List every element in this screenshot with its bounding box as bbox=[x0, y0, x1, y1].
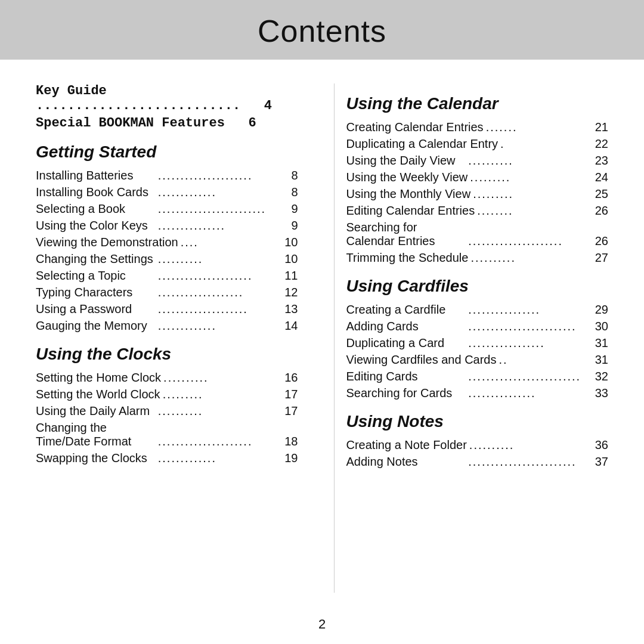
toc-row: Typing Characters ................... 12 bbox=[36, 286, 298, 299]
using-cardfiles-section: Using Cardfiles Creating a Cardfile ....… bbox=[346, 277, 609, 400]
toc-row: Creating Calendar Entries ....... 21 bbox=[346, 120, 609, 134]
using-notes-heading: Using Notes bbox=[346, 412, 609, 431]
toc-row-multiline: Changing the Time/Date Format ..........… bbox=[36, 421, 298, 448]
using-notes-section: Using Notes Creating a Note Folder .....… bbox=[346, 412, 609, 469]
toc-row: Using the Daily View .......... 23 bbox=[346, 154, 609, 168]
toc-row: Changing the Settings .......... 10 bbox=[36, 252, 298, 266]
using-clocks-section: Using the Clocks Setting the Home Clock … bbox=[36, 345, 298, 465]
page-title: Contents bbox=[0, 13, 644, 49]
toc-row: Creating a Note Folder .......... 36 bbox=[346, 438, 609, 452]
toc-row: Using the Weekly View ......... 24 bbox=[346, 171, 609, 184]
toc-row: Selecting a Book .......................… bbox=[36, 202, 298, 216]
right-column: Using the Calendar Creating Calendar Ent… bbox=[334, 83, 609, 593]
left-column: Key Guide .......................... 4 S… bbox=[36, 83, 310, 593]
toc-row: Trimming the Schedule .......... 27 bbox=[346, 251, 609, 265]
toc-row: Gauging the Memory ............. 14 bbox=[36, 319, 298, 333]
toc-row: Setting the World Clock ......... 17 bbox=[36, 388, 298, 401]
using-calendar-heading: Using the Calendar bbox=[346, 94, 609, 113]
toc-row: Editing Cards ......................... … bbox=[346, 370, 609, 383]
toc-row: Using the Monthly View ......... 25 bbox=[346, 187, 609, 201]
toc-row: Setting the Home Clock .......... 16 bbox=[36, 371, 298, 385]
toc-row: Searching for Cards ............... 33 bbox=[346, 386, 609, 400]
toc-row: Creating a Cardfile ................ 29 bbox=[346, 303, 609, 317]
toc-row: Duplicating a Calendar Entry . 22 bbox=[346, 137, 609, 151]
getting-started-heading: Getting Started bbox=[36, 143, 298, 162]
toc-row: Adding Cards ........................ 30 bbox=[346, 320, 609, 333]
special-features-entry: Special BOOKMAN Features 6 bbox=[36, 116, 298, 131]
getting-started-section: Getting Started Installing Batteries ...… bbox=[36, 143, 298, 333]
toc-row: Installing Book Cards ............. 8 bbox=[36, 185, 298, 199]
using-calendar-section: Using the Calendar Creating Calendar Ent… bbox=[346, 94, 609, 265]
page-footer: 2 bbox=[0, 611, 644, 644]
toc-row: Swapping the Clocks ............. 19 bbox=[36, 451, 298, 465]
using-cardfiles-heading: Using Cardfiles bbox=[346, 277, 609, 296]
toc-row-multiline: Searching for Calendar Entries .........… bbox=[346, 221, 609, 248]
top-entries: Key Guide .......................... 4 S… bbox=[36, 83, 298, 131]
using-clocks-heading: Using the Clocks bbox=[36, 345, 298, 364]
toc-row: Installing Batteries ...................… bbox=[36, 169, 298, 182]
toc-row: Editing Calendar Entries ........ 26 bbox=[346, 204, 609, 218]
toc-row: Viewing Cardfiles and Cards .. 31 bbox=[346, 353, 609, 367]
page: Contents Key Guide .....................… bbox=[0, 0, 644, 644]
content-area: Key Guide .......................... 4 S… bbox=[0, 60, 644, 611]
page-number: 2 bbox=[318, 617, 326, 631]
header: Contents bbox=[0, 0, 644, 60]
toc-row: Viewing the Demonstration .... 10 bbox=[36, 236, 298, 249]
toc-row: Using the Daily Alarm .......... 17 bbox=[36, 404, 298, 418]
toc-row: Using a Password .................... 13 bbox=[36, 302, 298, 316]
toc-row: Duplicating a Card ................. 31 bbox=[346, 336, 609, 350]
toc-row: Selecting a Topic ..................... … bbox=[36, 269, 298, 283]
toc-row: Using the Color Keys ............... 9 bbox=[36, 219, 298, 233]
key-guide-entry: Key Guide .......................... 4 bbox=[36, 83, 298, 113]
toc-row: Adding Notes ........................ 37 bbox=[346, 455, 609, 469]
